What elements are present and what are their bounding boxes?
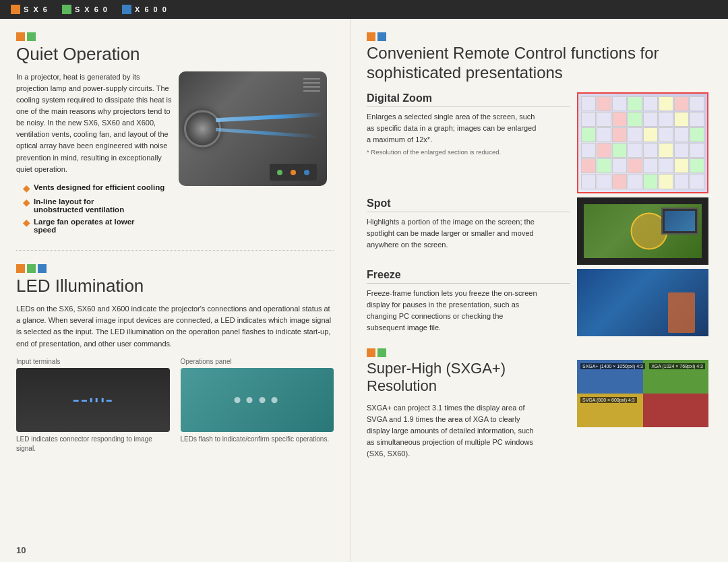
digital-zoom-image xyxy=(577,92,708,193)
super-high-layout: Super-High (SXGA+) Resolution SXGA+ can … xyxy=(367,360,712,460)
res-label-xga: XGA (1024 × 768pxl) 4:3 xyxy=(649,363,705,369)
led-sq-orange xyxy=(16,264,25,273)
digital-zoom-body: Enlarges a selected single area of the s… xyxy=(367,111,542,146)
quiet-sq-green xyxy=(27,32,36,41)
digital-zoom-title: Digital Zoom xyxy=(367,92,570,107)
projector-image xyxy=(179,71,334,241)
led-color-bar xyxy=(16,264,334,273)
led-img-label-1: Input terminals xyxy=(16,358,170,365)
projector-visual xyxy=(179,71,327,186)
sx60-dot xyxy=(62,5,71,14)
digital-zoom-layout: Digital Zoom Enlarges a selected single … xyxy=(367,92,712,193)
super-sq-green xyxy=(377,348,386,357)
tab-x600[interactable]: X 6 0 0 xyxy=(122,5,168,14)
zoom-grid xyxy=(578,94,707,192)
bullet-text-2: In-line layout forunobstructed ventilati… xyxy=(34,197,124,214)
top-navigation: S X 6 S X 6 0 X 6 0 0 xyxy=(0,0,728,19)
tab-sx6[interactable]: S X 6 xyxy=(11,5,49,14)
input-terminal-image xyxy=(16,368,170,432)
led-images: Input terminals LED indicates connector … xyxy=(16,358,334,454)
quiet-sq-orange xyxy=(16,32,25,41)
left-column: Quiet Operation In a projector, heat is … xyxy=(0,19,351,562)
operations-panel-image xyxy=(181,368,334,432)
res-cell-4 xyxy=(643,394,709,427)
led-img-caption-1: LED indicates connector responding to im… xyxy=(16,435,170,454)
bullet-text-3: Large fan operates at lowerspeed xyxy=(34,218,135,234)
page-number: 10 xyxy=(16,545,26,555)
led-img-caption-2: LEDs flash to indicate/confirm specific … xyxy=(181,435,334,444)
spot-img-col xyxy=(577,197,712,265)
projector-beam1 xyxy=(216,113,324,122)
spot-text: Spot Highlights a portion of the image o… xyxy=(367,197,570,265)
led-img-label-2: Operations panel xyxy=(181,358,334,365)
bullet-item-2: ◆ In-line layout forunobstructed ventila… xyxy=(23,197,172,214)
led-img-operations-panel: Operations panel LEDs flash to indicate/… xyxy=(181,358,334,454)
super-high-body: SXGA+ can project 3.1 times the display … xyxy=(367,402,542,460)
resolution-img-col: SXGA+ (1400 × 1050pxl) 4:3 SVGA (800 × 6… xyxy=(577,360,712,460)
quiet-operation-section: Quiet Operation In a projector, heat is … xyxy=(16,32,334,241)
projector-bottom-panel xyxy=(270,164,317,181)
quiet-body: In a projector, heat is generated by its… xyxy=(16,71,172,175)
spot-tv xyxy=(661,208,698,235)
quiet-text-area: In a projector, heat is generated by its… xyxy=(16,71,172,241)
spot-body: Highlights a portion of the image on the… xyxy=(367,216,542,251)
freeze-title: Freeze xyxy=(367,269,570,284)
bullet-item-1: ◆ Vents designed for efficient cooling xyxy=(23,183,172,194)
spot-title: Spot xyxy=(367,197,570,212)
bullet-text-1: Vents designed for efficient cooling xyxy=(34,183,164,191)
led-body: LEDs on the SX6, SX60 and X600 indicate … xyxy=(16,303,334,349)
spot-section: Spot Highlights a portion of the image o… xyxy=(367,197,570,251)
spot-layout: Spot Highlights a portion of the image o… xyxy=(367,197,712,265)
sx6-dot xyxy=(11,5,20,14)
freeze-body: Freeze-frame function lets you freeze th… xyxy=(367,288,542,334)
projector-vent xyxy=(303,78,320,92)
super-high-text: Super-High (SXGA+) Resolution SXGA+ can … xyxy=(367,360,570,460)
bullet-arrow-1: ◆ xyxy=(23,183,30,194)
bullet-arrow-3: ◆ xyxy=(23,218,30,228)
freeze-text: Freeze Freeze-frame function lets you fr… xyxy=(367,269,570,343)
separator-1 xyxy=(16,250,334,251)
spot-image xyxy=(577,197,708,265)
super-high-title: Super-High (SXGA+) Resolution xyxy=(367,360,570,396)
res-label-svga: SVGA (800 × 600pxl) 4:3 xyxy=(580,397,637,403)
tab-sx60-label: S X 6 0 xyxy=(75,5,109,13)
super-high-color-bar xyxy=(367,348,712,357)
bullet-list: ◆ Vents designed for efficient cooling ◆… xyxy=(23,183,172,235)
freeze-layout: Freeze Freeze-frame function lets you fr… xyxy=(367,269,712,343)
right-column: Convenient Remote Control functions for … xyxy=(351,19,728,562)
led-sq-green xyxy=(27,264,36,273)
led-title: LED Illumination xyxy=(16,276,334,296)
tab-sx6-label: S X 6 xyxy=(24,5,49,13)
super-sq-orange xyxy=(367,348,375,357)
remote-sq-blue xyxy=(377,32,386,41)
projector-beam2 xyxy=(216,127,317,137)
resolution-grid xyxy=(577,360,708,427)
digital-zoom-text: Digital Zoom Enlarges a selected single … xyxy=(367,92,570,193)
remote-color-bar xyxy=(367,32,712,41)
super-high-section: Super-High (SXGA+) Resolution SXGA+ can … xyxy=(367,348,712,460)
led-img-input-terminals: Input terminals LED indicates connector … xyxy=(16,358,170,454)
digital-zoom-note: * Resolution of the enlarged section is … xyxy=(367,148,570,156)
freeze-img-col xyxy=(577,269,712,343)
bullet-item-3: ◆ Large fan operates at lowerspeed xyxy=(23,218,172,234)
freeze-section: Freeze Freeze-frame function lets you fr… xyxy=(367,269,570,334)
led-section: LED Illumination LEDs on the SX6, SX60 a… xyxy=(16,264,334,453)
x600-dot xyxy=(122,5,131,14)
quiet-color-bar xyxy=(16,32,334,41)
tab-sx60[interactable]: S X 6 0 xyxy=(62,5,109,14)
remote-control-section: Convenient Remote Control functions for … xyxy=(367,32,712,83)
resolution-image: SXGA+ (1400 × 1050pxl) 4:3 SVGA (800 × 6… xyxy=(577,360,708,427)
freeze-person xyxy=(668,292,695,333)
led-sq-blue xyxy=(38,264,47,273)
remote-title: Convenient Remote Control functions for … xyxy=(367,44,712,83)
tab-x600-label: X 6 0 0 xyxy=(135,5,168,13)
digital-zoom-section: Digital Zoom Enlarges a selected single … xyxy=(367,92,570,156)
bullet-arrow-2: ◆ xyxy=(23,197,30,208)
main-content: Quiet Operation In a projector, heat is … xyxy=(0,19,728,562)
remote-sq-orange xyxy=(367,32,375,41)
freeze-image xyxy=(577,269,708,336)
right-images-col xyxy=(577,92,712,193)
quiet-title: Quiet Operation xyxy=(16,44,334,65)
res-label-sxga: SXGA+ (1400 × 1050pxl) 4:3 xyxy=(580,363,645,369)
quiet-layout: In a projector, heat is generated by its… xyxy=(16,71,334,241)
